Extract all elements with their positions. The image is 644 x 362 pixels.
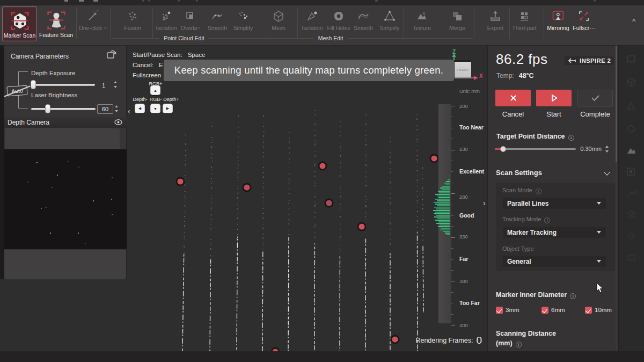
quality-histogram-bar: [443, 231, 450, 232]
panel-tag-icon[interactable]: [624, 251, 638, 265]
depth-camera-header[interactable]: Depth Camera: [4, 117, 127, 128]
dropdown-tracking-mode[interactable]: Marker Tracking: [503, 227, 606, 238]
ribbon-tool-third-part[interactable]: Third-part: [509, 9, 540, 37]
quality-histogram-bar: [435, 212, 450, 213]
ribbon-tool-fusion[interactable]: Fusion: [117, 9, 148, 37]
ribbon-tool-mesh[interactable]: Mesh: [263, 9, 294, 37]
third-part-icon: [518, 10, 531, 23]
panel-triangle-icon[interactable]: [624, 143, 638, 157]
device-button[interactable]: INSPIRE 2: [565, 56, 614, 65]
arrow-left-key[interactable]: ◀: [135, 104, 145, 113]
panel-rect-icon[interactable]: [624, 52, 638, 66]
depth-camera-visibility-eye-icon[interactable]: [114, 119, 122, 125]
quality-histogram-bar: [446, 181, 450, 182]
panel-layers-icon[interactable]: [624, 208, 638, 222]
quality-scale-zone: Too Far: [459, 300, 480, 306]
start-scan-button[interactable]: [536, 90, 572, 106]
quality-histogram-bar: [438, 226, 450, 227]
quality-histogram-bar: [435, 199, 450, 200]
quality-histogram-bar: [434, 207, 450, 208]
quality-histogram-bar: [435, 204, 450, 205]
info-icon[interactable]: i: [570, 293, 576, 299]
panel-wrench-icon[interactable]: [624, 186, 638, 200]
ribbon-tool-texture[interactable]: Texture: [406, 9, 437, 37]
titlebar-glyph: [375, 0, 378, 2]
depth-camera-dot: [52, 187, 53, 188]
arrow-up-key[interactable]: ▲: [150, 85, 160, 95]
quality-scale-value: 380: [459, 278, 468, 284]
depth-exposure-slider[interactable]: [31, 81, 95, 89]
titlebar-glyph: [93, 0, 98, 2]
orientation-gizmo-cube[interactable]: FRONT: [455, 60, 471, 78]
laser-line: [423, 246, 423, 313]
info-icon[interactable]: i: [536, 189, 541, 194]
info-icon[interactable]: i: [568, 135, 574, 141]
quality-scale-zone: Too Near: [459, 124, 484, 131]
checkbox-6mm[interactable]: [541, 307, 548, 314]
complete-scan-button[interactable]: [577, 90, 613, 106]
quality-scale-value: 200: [459, 103, 468, 109]
right-panel-scrollbar-thumb[interactable]: [616, 46, 617, 162]
collapse-left-panel-chevron[interactable]: ‹: [128, 107, 130, 115]
titlebar-glyph: [79, 0, 84, 2]
panel-cube-icon[interactable]: [624, 76, 638, 90]
panel-shape-icon[interactable]: [624, 99, 638, 113]
depth-camera-dot: [41, 208, 42, 209]
laser-line: [289, 122, 289, 237]
ribbon-group-divider: [474, 8, 474, 39]
ribbon-toolbar: Marker Scan Feature Scan One-click ~ Fus…: [0, 5, 644, 46]
scanning-distance-label: Scanning Distance: [496, 330, 556, 337]
mesh-icon: [272, 10, 285, 23]
ribbon-collapse-chevron-icon[interactable]: ^: [632, 17, 635, 25]
scan-marker: [177, 178, 183, 184]
depth-camera-dot: [50, 233, 51, 234]
target-point-distance-slider[interactable]: [495, 148, 576, 150]
scan-settings-collapse-chevron[interactable]: [604, 170, 610, 176]
isolation-mesh-icon: [306, 10, 319, 23]
panel-gear-icon[interactable]: [624, 229, 638, 243]
key-hint-depth-minus: Depth-: [133, 97, 147, 102]
ribbon-tool-simplify-pc[interactable]: Simplify: [228, 9, 259, 37]
ribbon-tool-fullscreen[interactable]: Fullscr···: [568, 9, 599, 37]
panel-square-dot-icon[interactable]: [624, 165, 638, 179]
quality-scale-tick: [451, 281, 455, 281]
info-icon[interactable]: i: [516, 342, 522, 347]
left-panel-gutter: [0, 46, 4, 279]
reset-camera-parameters-icon[interactable]: [106, 50, 117, 60]
arrow-right-key[interactable]: ▶: [163, 104, 173, 113]
laser-brightness-stepper[interactable]: [115, 105, 120, 112]
quality-scale-zone: Far: [459, 256, 468, 262]
quality-scale-zone: Excellent: [459, 168, 484, 175]
ribbon-group-divider: [267, 8, 267, 39]
checkbox-3mm[interactable]: [496, 307, 503, 314]
smooth-mesh-icon: [357, 10, 370, 23]
laser-brightness-slider[interactable]: [31, 105, 96, 113]
auto-bracket-line: [18, 108, 28, 108]
scan-settings-header[interactable]: Scan Settings: [496, 169, 542, 177]
target-point-distance-slider-knob[interactable]: [500, 146, 506, 152]
arrow-down-key[interactable]: ▼: [150, 104, 160, 113]
cancel-scan-button[interactable]: [495, 90, 531, 106]
dropdown-scan-mode[interactable]: Parallel Lines: [503, 198, 606, 209]
field-label: Scan Modei: [502, 187, 541, 194]
panel-circle-icon[interactable]: [624, 122, 638, 136]
camera-parameters-panel: Camera Parameters Depth Exposure 1 Auto …: [4, 46, 127, 279]
ribbon-scan-mode-feature-scan[interactable]: Feature Scan: [39, 6, 74, 41]
ribbon-tool-merge[interactable]: Merge: [442, 9, 473, 37]
back-arrow-icon: [568, 58, 576, 63]
ribbon-tool-export[interactable]: Export: [480, 9, 511, 37]
instruction-banner: Keep scanning until the quality map turn…: [164, 60, 454, 81]
titlebar-glyph: [64, 0, 68, 2]
depth-exposure-stepper[interactable]: [114, 81, 119, 88]
target-point-distance-stepper[interactable]: [605, 146, 610, 153]
ribbon-tool-simplify-mesh[interactable]: Simplify: [374, 9, 405, 37]
titlebar-glyph: [148, 0, 150, 2]
info-icon[interactable]: i: [544, 218, 550, 223]
ribbon-tool-one-click[interactable]: One-click ~: [77, 9, 108, 37]
ribbon-scan-mode-marker-scan[interactable]: Marker Scan: [2, 6, 37, 41]
dropdown-object-type[interactable]: General: [503, 256, 606, 267]
quality-histogram-bar: [435, 194, 450, 195]
checkbox-10mm[interactable]: [585, 307, 592, 314]
ribbon-group-divider: [152, 8, 153, 39]
expand-right-panel-chevron[interactable]: ›: [483, 199, 486, 207]
